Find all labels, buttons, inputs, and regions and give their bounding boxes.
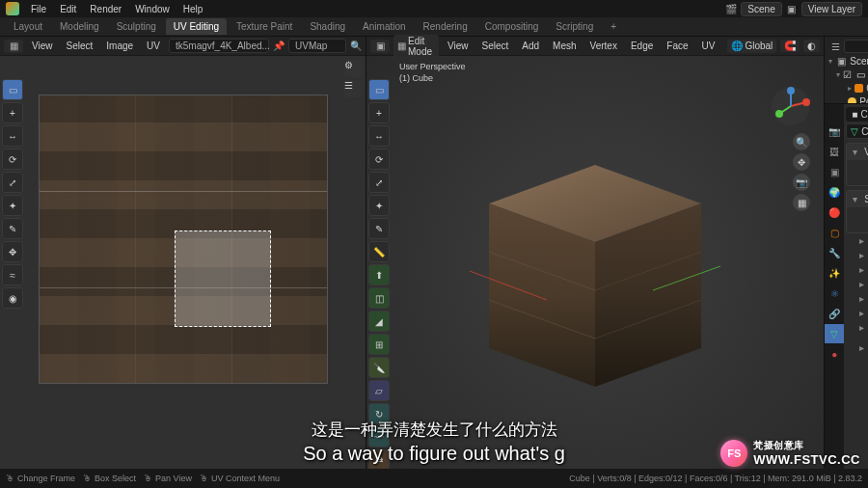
- tool-pinch[interactable]: ◉: [2, 287, 23, 309]
- menu-file[interactable]: File: [25, 2, 52, 16]
- section-header-vertex-groups[interactable]: Vertex Groups: [847, 144, 868, 160]
- vp-menu-edge[interactable]: Edge: [626, 39, 658, 53]
- orientation-gizmo[interactable]: [770, 85, 812, 127]
- tab-texture-paint[interactable]: Texture Paint: [229, 18, 300, 35]
- editor-type-3d-dropdown[interactable]: ▣: [370, 40, 390, 53]
- data-name-field[interactable]: ▽Cube: [846, 123, 868, 139]
- tab-scripting[interactable]: Scripting: [548, 18, 601, 35]
- section-texture-space[interactable]: Texture Space: [846, 291, 868, 306]
- outliner-search[interactable]: [844, 40, 868, 53]
- tool-relax[interactable]: ≈: [2, 264, 23, 285]
- tool3d-inset[interactable]: ◫: [368, 287, 390, 309]
- section-custom-properties[interactable]: Custom Properties: [846, 335, 868, 360]
- menu-window[interactable]: Window: [129, 2, 176, 16]
- tool3d-select[interactable]: ▭: [368, 79, 390, 100]
- uv-menu-uv[interactable]: UV: [142, 39, 165, 53]
- tree-collection[interactable]: ▾☑▭ Collection 👁: [827, 68, 868, 81]
- editor-type-dropdown[interactable]: ▦: [4, 40, 23, 53]
- ptab-output[interactable]: 🖼: [825, 142, 844, 161]
- uv-menu-view[interactable]: View: [27, 39, 58, 53]
- ptab-scene[interactable]: 🌍: [825, 182, 844, 202]
- tool3d-polybuild[interactable]: ▱: [368, 380, 390, 401]
- tab-add-workspace[interactable]: +: [603, 18, 624, 35]
- shading-dropdown[interactable]: ◐: [803, 40, 820, 52]
- tool3d-slide[interactable]: ⇄: [368, 449, 390, 469]
- tool3d-cursor[interactable]: +: [368, 102, 390, 123]
- tool3d-bevel[interactable]: ◢: [368, 311, 390, 332]
- tool3d-rotate[interactable]: ⟳: [368, 149, 390, 170]
- uv-menu-select[interactable]: Select: [62, 39, 98, 53]
- ptab-object[interactable]: ▢: [825, 223, 844, 242]
- section-remesh[interactable]: Remesh: [846, 306, 868, 320]
- tool3d-loopcut[interactable]: ⊞: [368, 334, 390, 355]
- uv-selection-overlay[interactable]: [175, 230, 271, 327]
- options-icon[interactable]: ☰: [344, 80, 362, 97]
- tool3d-scale[interactable]: ⤢: [368, 172, 390, 193]
- menu-render[interactable]: Render: [84, 2, 127, 16]
- ptab-physics[interactable]: ⚛: [825, 284, 844, 303]
- tool-grab[interactable]: ✥: [2, 241, 23, 262]
- tool3d-measure[interactable]: 📏: [368, 241, 390, 262]
- pan-icon[interactable]: ✥: [793, 153, 810, 171]
- orientation-dropdown[interactable]: 🌐Global: [727, 40, 776, 53]
- search-icon[interactable]: 🔍: [350, 41, 362, 52]
- vp-menu-select[interactable]: Select: [477, 39, 514, 53]
- section-face-maps[interactable]: Face Maps: [846, 262, 868, 277]
- section-header-shape-keys[interactable]: Shape Keys: [847, 191, 868, 207]
- ptab-material[interactable]: ●: [825, 344, 844, 364]
- zoom-icon[interactable]: 🔍: [793, 133, 810, 150]
- ptab-render[interactable]: 📷: [825, 122, 844, 141]
- ptab-modifier[interactable]: 🔧: [825, 243, 844, 262]
- ptab-constraint[interactable]: 🔗: [825, 304, 844, 323]
- tab-rendering[interactable]: Rendering: [416, 18, 475, 35]
- tab-animation[interactable]: Animation: [355, 18, 413, 35]
- scene-selector[interactable]: Scene: [741, 2, 781, 16]
- tool-select-box[interactable]: ▭: [2, 79, 23, 100]
- uvmap-field[interactable]: UVMap: [288, 39, 346, 53]
- tool-rotate[interactable]: ⟳: [2, 149, 23, 170]
- tool3d-transform[interactable]: ✦: [368, 195, 390, 216]
- tab-shading[interactable]: Shading: [302, 18, 353, 35]
- tool-annotate[interactable]: ✎: [2, 218, 23, 239]
- mode-selector[interactable]: ▦Edit Mode: [393, 35, 439, 58]
- tab-modeling[interactable]: Modeling: [52, 18, 107, 35]
- tab-uv-editing[interactable]: UV Editing: [166, 18, 227, 35]
- vp-menu-add[interactable]: Add: [517, 39, 544, 53]
- vp-menu-mesh[interactable]: Mesh: [548, 39, 581, 53]
- tool-move[interactable]: ↔: [2, 125, 23, 147]
- crumb-object[interactable]: ■Cube: [846, 107, 868, 122]
- tool3d-knife[interactable]: 🔪: [368, 357, 390, 378]
- tab-layout[interactable]: Layout: [6, 18, 50, 35]
- tool-transform[interactable]: ✦: [2, 195, 23, 216]
- tab-compositing[interactable]: Compositing: [477, 18, 547, 35]
- vp-menu-vertex[interactable]: Vertex: [585, 39, 622, 53]
- perspective-icon[interactable]: ▦: [793, 194, 810, 211]
- gear-icon[interactable]: ⚙: [344, 60, 362, 77]
- ptab-mesh-data[interactable]: ▽: [825, 324, 844, 343]
- uv-menu-image[interactable]: Image: [101, 39, 138, 53]
- section-vertex-colors[interactable]: Vertex Colors: [846, 248, 868, 262]
- tool3d-move[interactable]: ↔: [368, 125, 390, 147]
- tree-scene-collection[interactable]: ▾▣ Scene Collection: [827, 54, 868, 68]
- menu-edit[interactable]: Edit: [54, 2, 82, 16]
- ptab-particle[interactable]: ✨: [825, 263, 844, 283]
- pin-icon[interactable]: 📌: [273, 41, 285, 52]
- ptab-world[interactable]: 🔴: [825, 203, 844, 222]
- vp-menu-view[interactable]: View: [443, 39, 474, 53]
- viewport-canvas[interactable]: ▭ + ↔ ⟳ ⤢ ✦ ✎ 📏 ⬆ ◫ ◢ ⊞ 🔪 ▱ ↻ 〰 ⇄ ⇕ ◣: [366, 56, 824, 469]
- section-normals[interactable]: Normals: [846, 277, 868, 291]
- viewlayer-selector[interactable]: View Layer: [801, 2, 862, 16]
- image-name-field[interactable]: tk5magvf_4K_Albed...: [169, 39, 269, 53]
- tool-scale[interactable]: ⤢: [2, 172, 23, 193]
- tool3d-extrude[interactable]: ⬆: [368, 264, 390, 285]
- tree-item-cube[interactable]: ▸ Cube 👁: [827, 81, 868, 95]
- vp-menu-uv[interactable]: UV: [697, 39, 720, 53]
- tab-sculpting[interactable]: Sculpting: [109, 18, 164, 35]
- menu-help[interactable]: Help: [177, 2, 209, 16]
- tool3d-annotate[interactable]: ✎: [368, 218, 390, 239]
- uv-canvas[interactable]: ▭ + ↔ ⟳ ⤢ ✦ ✎ ✥ ≈ ◉ ⚙ ☰: [0, 56, 366, 469]
- section-geometry-data[interactable]: Geometry Data: [846, 320, 868, 335]
- section-uv-maps[interactable]: UV Maps: [846, 233, 868, 248]
- vp-menu-face[interactable]: Face: [662, 39, 692, 53]
- ptab-viewlayer[interactable]: ▣: [825, 162, 844, 181]
